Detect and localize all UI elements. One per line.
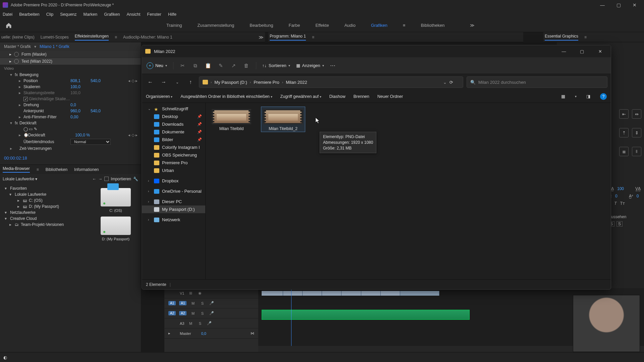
italic-icon[interactable]: T [614,201,616,206]
tab-informationen[interactable]: Informationen [74,167,99,172]
help-icon[interactable]: ? [600,93,607,100]
workspace-effekte[interactable]: Effekte [315,23,329,28]
video-clips[interactable] [262,291,439,296]
prop-mask-tools[interactable]: ◯ ▭ ✎ [0,126,141,132]
sidebar-network[interactable]: ›Netzwerk [142,216,205,224]
sidebar-obs[interactable]: OBS Speicherung [142,151,205,159]
cmd-burn[interactable]: Brennen [354,94,369,99]
mb-fwd-icon[interactable]: → [98,177,102,181]
crumb-premiere[interactable]: Premiere Pro [254,80,279,85]
tab-effect-controls[interactable]: Effekteinstellungen [75,34,109,41]
tab-essential-graphics[interactable]: Essential Graphics [545,34,578,41]
track-master[interactable]: ▸Master0,0⋈ [164,328,258,339]
track-a1[interactable]: A1A1MS🎤 [164,298,258,308]
menu-datei[interactable]: Datei [3,12,12,17]
workspace-bibliotheken[interactable]: Bibliotheken [421,23,445,28]
premiere-maximize-button[interactable]: ▢ [612,2,625,8]
address-chevron-icon[interactable]: ⌄ [443,80,447,85]
sidebar-documents[interactable]: Dokumente📌 [142,128,205,136]
align-center-icon[interactable]: ⇔ [632,109,641,119]
sidebar-premierepro[interactable]: Premiere Pro [142,159,205,167]
mb-wrench-icon[interactable]: 🔧 [133,177,138,181]
prop-deckkraft-val[interactable]: ▸⌚Deckkraft100,0 %◂ ◇ ▸ [0,132,141,138]
cmd-organize[interactable]: Organisieren [146,94,172,99]
mb-back-icon[interactable]: ← [92,177,96,181]
explorer-minimize-button[interactable]: — [556,45,571,57]
address-bar[interactable]: › My Passport (D:)›Premiere Pro›Milan 20… [199,76,463,88]
eye-icon[interactable] [14,52,19,57]
align-left-icon[interactable]: ⇤ [619,109,629,119]
track-a3[interactable]: A3MS🎤 [164,318,258,328]
eye-icon[interactable] [14,59,19,64]
tabs-overflow-icon[interactable]: ≫ [259,35,264,40]
premiere-close-button[interactable]: ✕ [628,2,641,8]
more-button[interactable]: ⋯ [330,62,336,69]
search-input[interactable]: 🔍 Milan 2022 durchsuchen [467,76,607,88]
sidebar-urban[interactable]: Urban [142,167,205,174]
sidebar-mypassport[interactable]: My Passport (D:) [142,205,205,213]
prop-gleichmaessig[interactable]: ✓ Gleichmäßige Skalie… [0,96,141,102]
prop-drehung[interactable]: ▸Drehung0,0 [0,102,141,108]
layer-text-milan[interactable]: ▸Text (Milan 2022) [0,58,141,65]
view-button[interactable]: ▦Anzeigen▾ [296,63,324,68]
paste-icon[interactable]: 📋 [205,62,212,69]
prop-ankerpunkt[interactable]: Ankerpunkt960,0540,0 [0,108,141,114]
menu-marken[interactable]: Marken [84,12,98,17]
workspace-bearbeitung[interactable]: Bearbeitung [250,23,273,28]
workspace-farbe[interactable]: Farbe [288,23,300,28]
explorer-titlebar[interactable]: Milan 2022 — ▢ ✕ [142,45,611,57]
rename-icon[interactable]: ✎ [218,62,224,69]
va2-icon[interactable]: V̲A̲ [635,186,641,191]
prop-position[interactable]: ▸Position808,1540,0◂ ◇ ▸ [0,78,141,84]
prop-antiflimmer[interactable]: ▸Anti-Flimmer-Filter0,00 [0,114,141,120]
sidebar-quickaccess[interactable]: ⌄★Schnellzugriff [142,105,205,113]
sidebar-onedrive[interactable]: ›OneDrive - Personal [142,187,205,195]
nav-recent-button[interactable]: ⌄ [172,77,182,87]
ec-clip-label[interactable]: Milano 1 * Grafik [40,44,69,49]
cmd-slideshow[interactable]: Diashow [329,94,345,99]
cmd-newfolder[interactable]: Neuer Ordner [377,94,403,99]
menu-sequenz[interactable]: Sequenz [60,12,76,17]
file-milan-titelbild[interactable]: Milan Titelbild [210,107,253,132]
sidebar-colorify[interactable]: Colorify Instagram I [142,143,205,151]
sort-button[interactable]: ↑↓Sortieren▾ [262,63,290,68]
share-icon[interactable]: ↗ [230,62,237,69]
distribute-v-icon[interactable]: ⫴ [632,147,641,156]
view-large-icon[interactable]: ▦ [559,93,567,100]
drive-d-icon[interactable] [101,217,131,235]
layer-form-maske[interactable]: ▸Form (Maske) [0,51,141,58]
mb-import-checkbox[interactable] [104,177,109,181]
sidebar-desktop[interactable]: Desktop📌 [142,113,205,120]
menu-clip[interactable]: Clip [46,12,54,17]
workspace-overflow-icon[interactable]: ≫ [470,23,475,28]
sidebar-pictures[interactable]: Bilder📌 [142,136,205,143]
playhead[interactable] [291,288,291,352]
home-icon[interactable] [5,22,12,29]
menu-hilfe[interactable]: Hilfe [168,12,176,17]
align-middle-icon[interactable]: ⇕ [632,128,641,137]
crumb-drive[interactable]: My Passport (D:) [214,80,247,85]
menu-fenster[interactable]: Fenster [147,12,161,17]
ec-timecode[interactable]: 00:00:02:18 [0,152,141,165]
copy-icon[interactable]: ⧉ [192,62,199,69]
prop-skalieren[interactable]: ▸Skalieren100,0 [0,84,141,90]
refresh-button[interactable]: ⟳ [449,80,460,85]
baseline-icon[interactable]: A̲ᵃ [629,194,633,198]
menu-bearbeiten[interactable]: Bearbeiten [19,12,39,17]
menu-ansicht[interactable]: Ansicht [127,12,141,17]
explorer-close-button[interactable]: ✕ [593,45,607,57]
preview-pane-icon[interactable]: ◨ [585,93,592,100]
workspace-training[interactable]: Training [166,23,182,28]
prop-group-bewegung[interactable]: ▾fxBewegung [0,72,141,78]
audio-clip-a2[interactable] [262,310,470,320]
new-button[interactable]: +Neu▾ [147,62,167,69]
nav-forward-button[interactable]: → [159,77,169,87]
tab-media-browser[interactable]: Media-Browser [3,166,30,173]
prop-group-deckkraft[interactable]: ▾fxDeckkraft [0,120,141,126]
prop-group-zeitverzerrung[interactable]: ▸Zeit-Verzerrungen [0,145,141,152]
keyframe-nav[interactable]: ◂ ◇ ▸ [128,78,138,83]
sidebar-dropbox[interactable]: ›Dropbox [142,177,205,185]
cut-icon[interactable]: ✂ [179,62,186,69]
workspace-audio[interactable]: Audio [344,23,356,28]
cmd-library[interactable]: Ausgewählten Ordner in Bibliothek einsch… [180,94,272,99]
